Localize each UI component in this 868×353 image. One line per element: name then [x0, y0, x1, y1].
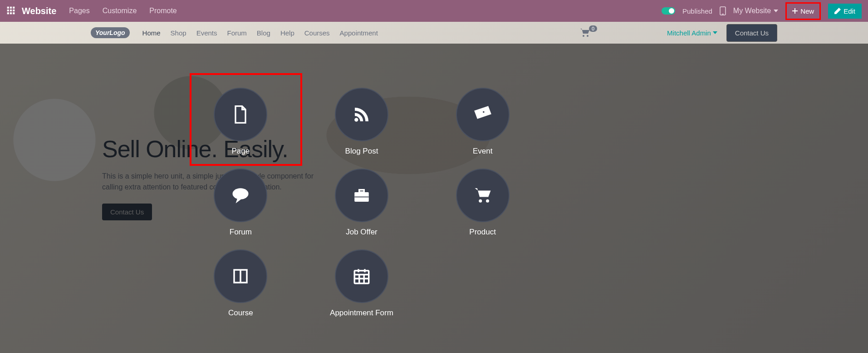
- briefcase-icon: [352, 186, 371, 205]
- svg-rect-1: [10, 7, 12, 9]
- top-toolbar: Website Pages Customize Promote Publishe…: [0, 0, 868, 22]
- nav-appointment[interactable]: Appointment: [340, 29, 378, 37]
- chevron-down-icon: [774, 10, 778, 12]
- mobile-icon[interactable]: [720, 6, 726, 15]
- picker-label: Appointment Form: [330, 308, 393, 318]
- picker-event[interactable]: Event: [440, 88, 525, 156]
- mywebsite-label: My Website: [733, 7, 771, 15]
- svg-rect-4: [10, 10, 12, 11]
- book-icon: [231, 267, 250, 286]
- cart-icon: [473, 186, 492, 205]
- picker-product[interactable]: Product: [440, 169, 525, 237]
- new-label: New: [800, 7, 814, 15]
- pencil-icon: [834, 8, 841, 14]
- svg-rect-12: [792, 10, 798, 11]
- picker-appointment-form[interactable]: Appointment Form: [319, 249, 404, 318]
- cart-icon[interactable]: 0: [580, 28, 590, 37]
- svg-rect-2: [13, 7, 15, 9]
- published-label: Published: [682, 7, 712, 15]
- new-content-picker: Page Blog Post Event Forum Job Offer Pro…: [198, 88, 525, 318]
- apps-icon[interactable]: [6, 6, 16, 16]
- mywebsite-dropdown[interactable]: My Website: [733, 7, 778, 15]
- plus-icon: [792, 8, 798, 14]
- nav-blog[interactable]: Blog: [257, 29, 270, 37]
- file-icon: [230, 104, 250, 124]
- picker-page[interactable]: Page: [198, 88, 283, 156]
- svg-point-16: [482, 110, 485, 114]
- picker-blog-post[interactable]: Blog Post: [319, 88, 404, 156]
- svg-rect-5: [13, 10, 15, 11]
- edit-label: Edit: [843, 7, 855, 15]
- comment-icon: [231, 186, 250, 205]
- site-area: YourLogo Home Shop Events Forum Blog Hel…: [0, 22, 868, 353]
- svg-point-15: [354, 118, 358, 122]
- svg-rect-19: [359, 190, 364, 192]
- calendar-icon: [352, 267, 371, 286]
- nav-forum[interactable]: Forum: [227, 29, 247, 37]
- picker-label: Event: [473, 147, 492, 156]
- ticket-icon: [473, 104, 493, 124]
- site-nav: Home Shop Events Forum Blog Help Courses…: [142, 29, 378, 37]
- toolbar-menu: Pages Customize Promote: [69, 7, 177, 15]
- site-header: YourLogo Home Shop Events Forum Blog Hel…: [0, 22, 868, 44]
- picker-label: Product: [469, 228, 496, 237]
- menu-customize[interactable]: Customize: [103, 7, 137, 15]
- picker-label: Blog Post: [345, 147, 378, 156]
- menu-promote[interactable]: Promote: [149, 7, 177, 15]
- svg-rect-3: [7, 10, 9, 11]
- picker-job-offer[interactable]: Job Offer: [319, 169, 404, 237]
- chevron-down-icon: [713, 31, 717, 34]
- brand-title[interactable]: Website: [22, 6, 56, 16]
- picker-label: Page: [231, 147, 250, 156]
- nav-help[interactable]: Help: [280, 29, 294, 37]
- new-button[interactable]: New: [785, 2, 821, 20]
- user-name-label: Mitchell Admin: [667, 29, 711, 37]
- svg-point-13: [583, 35, 584, 37]
- nav-events[interactable]: Events: [196, 29, 217, 37]
- picker-label: Course: [228, 308, 253, 318]
- published-toggle[interactable]: [662, 7, 675, 15]
- svg-rect-23: [354, 271, 369, 283]
- svg-point-17: [233, 188, 249, 199]
- contact-us-button[interactable]: Contact Us: [726, 24, 777, 42]
- svg-rect-0: [7, 7, 9, 9]
- nav-courses[interactable]: Courses: [304, 29, 330, 37]
- user-dropdown[interactable]: Mitchell Admin: [667, 29, 717, 37]
- svg-point-21: [479, 199, 482, 203]
- picker-label: Forum: [230, 228, 252, 237]
- svg-point-22: [486, 199, 489, 203]
- svg-rect-6: [7, 12, 9, 14]
- nav-home[interactable]: Home: [142, 29, 161, 37]
- cart-badge: 0: [589, 25, 597, 32]
- svg-rect-7: [10, 12, 12, 14]
- picker-course[interactable]: Course: [198, 249, 283, 318]
- svg-rect-8: [13, 12, 15, 14]
- logo[interactable]: YourLogo: [91, 27, 130, 38]
- menu-pages[interactable]: Pages: [69, 7, 89, 15]
- edit-button[interactable]: Edit: [828, 4, 862, 19]
- svg-point-14: [587, 35, 588, 37]
- picker-label: Job Offer: [346, 228, 378, 237]
- nav-shop[interactable]: Shop: [171, 29, 186, 37]
- rss-icon: [353, 105, 371, 124]
- picker-forum[interactable]: Forum: [198, 169, 283, 237]
